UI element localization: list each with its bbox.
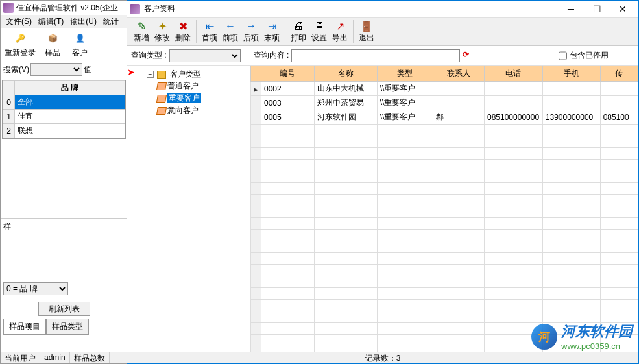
main-search-row: 搜索(V) 值 xyxy=(1,60,127,79)
main-menubar: 文件(S) 编辑(T) 输出(U) 统计 xyxy=(1,15,127,28)
grid-column-header[interactable]: 手机 xyxy=(542,66,600,82)
grid-column-header[interactable]: 传 xyxy=(600,66,638,82)
last-button[interactable]: ⇥末项 xyxy=(261,18,282,45)
empty-row xyxy=(251,311,638,323)
tree-leaf[interactable]: 普通客户 xyxy=(157,80,247,92)
settings-button[interactable]: 🖥设置 xyxy=(309,18,330,45)
add-icon: ✎ xyxy=(135,19,148,32)
menu-edit[interactable]: 编辑(T) xyxy=(36,15,66,29)
settings-icon: 🖥 xyxy=(313,19,326,32)
toolbar-separator xyxy=(196,20,197,43)
close-button[interactable]: ✕ xyxy=(610,1,636,17)
brand-row[interactable]: 2联想 xyxy=(3,124,125,138)
empty-row xyxy=(251,218,638,230)
print-icon: 🖨 xyxy=(292,19,305,32)
row-header-col xyxy=(251,66,261,82)
table-row[interactable]: 0002山东中大机械\\重要客户 xyxy=(251,82,638,96)
empty-row xyxy=(251,276,638,288)
delete-button[interactable]: ✖删除 xyxy=(173,18,193,45)
prev-button[interactable]: ←前项 xyxy=(220,18,241,45)
refresh-button[interactable]: 刷新列表 xyxy=(38,302,90,316)
brand-row[interactable]: 1佳宜 xyxy=(3,110,125,124)
exit-button[interactable]: 🚪退出 xyxy=(356,18,377,45)
export-icon: ↗ xyxy=(333,19,346,32)
dialog-body: ➤ − 客户类型 普通客户重要客户意向客户 编号名称类型联系人电话手机传 000… xyxy=(127,66,638,352)
dialog-titlebar[interactable]: 客户资料 ─ ☐ ✕ xyxy=(127,1,638,18)
empty-row xyxy=(251,148,638,160)
lookup-icon[interactable]: ⟳ xyxy=(463,50,474,62)
export-button[interactable]: ↗导出 xyxy=(330,18,350,45)
main-tabs: 样品项目 样品类型 xyxy=(3,319,125,335)
first-icon: ⇤ xyxy=(203,19,216,32)
edit-button[interactable]: ✦修改 xyxy=(152,18,173,45)
maximize-button[interactable]: ☐ xyxy=(584,1,610,17)
brand-idx-header xyxy=(3,81,15,95)
empty-row xyxy=(251,160,638,171)
tree-root[interactable]: − 客户类型 普通客户重要客户意向客户 xyxy=(147,68,247,117)
brand-grid: 品 牌 0全部1佳宜2联想 xyxy=(2,80,126,139)
query-content-input[interactable] xyxy=(291,49,460,62)
toolbar-separator xyxy=(353,20,354,43)
record-count: 记录数：3 xyxy=(365,353,401,363)
main-title-text: 佳宜样品管理软件 v2.05(企业 xyxy=(16,3,118,14)
grid-column-header[interactable]: 类型 xyxy=(377,66,433,82)
tab-sample-items[interactable]: 样品项目 xyxy=(3,319,46,335)
include-stopped-label: 包含已停用 xyxy=(570,50,609,61)
main-window: 佳宜样品管理软件 v2.05(企业 文件(S) 编辑(T) 输出(U) 统计 🔑… xyxy=(0,0,128,364)
dialog-icon xyxy=(130,4,140,14)
prev-icon: ← xyxy=(224,19,237,32)
table-row[interactable]: 0005河东软件园\\重要客户郝085100000000139000000000… xyxy=(251,110,638,125)
empty-row xyxy=(251,230,638,241)
empty-row xyxy=(251,335,638,346)
tab-sample-types[interactable]: 样品类型 xyxy=(46,319,89,335)
empty-row xyxy=(251,183,638,195)
add-button[interactable]: ✎新增 xyxy=(131,18,152,45)
delete-icon: ✖ xyxy=(176,19,189,32)
grid-column-header[interactable]: 编号 xyxy=(261,66,315,82)
print-button[interactable]: 🖨打印 xyxy=(288,18,309,45)
brand-row[interactable]: 0全部 xyxy=(3,95,125,110)
query-type-select[interactable] xyxy=(169,49,241,62)
app-icon xyxy=(3,3,14,13)
row-indicator xyxy=(251,96,261,110)
include-stopped-checkbox[interactable] xyxy=(559,49,567,62)
leaf-icon xyxy=(156,95,167,103)
main-lower: 0 = 品 牌 刷新列表 样品项目 样品类型 xyxy=(1,280,127,337)
minimize-button[interactable]: ─ xyxy=(558,1,584,17)
search-select[interactable] xyxy=(30,63,82,76)
brand-header[interactable]: 品 牌 xyxy=(15,81,125,95)
sample-button[interactable]: 📦 样品 xyxy=(41,28,64,60)
empty-row xyxy=(251,265,638,276)
grid-column-header[interactable]: 联系人 xyxy=(433,66,484,82)
grid-pane[interactable]: 编号名称类型联系人电话手机传 0002山东中大机械\\重要客户 0003郑州中茶… xyxy=(250,66,638,352)
menu-stat[interactable]: 统计 xyxy=(101,15,121,29)
red-arrow-icon: ➤ xyxy=(127,67,135,77)
table-row[interactable]: 0003郑州中茶贸易\\重要客户 xyxy=(251,96,638,110)
tree-leaf[interactable]: 重要客户 xyxy=(157,92,247,104)
status-user-label: 当前用户 xyxy=(1,352,40,363)
grid-column-header[interactable]: 名称 xyxy=(314,66,377,82)
include-stopped-row[interactable]: 包含已停用 xyxy=(559,49,609,62)
main-statusbar: 当前用户 admin 样品总数 xyxy=(1,352,127,363)
menu-output[interactable]: 输出(U) xyxy=(67,15,99,29)
edit-icon: ✦ xyxy=(156,19,169,32)
tree-pane: ➤ − 客户类型 普通客户重要客户意向客户 xyxy=(127,66,250,352)
next-button[interactable]: →后项 xyxy=(241,18,261,45)
main-mid-row: 样 xyxy=(1,218,127,235)
leaf-icon xyxy=(156,107,167,115)
customer-button[interactable]: 👤 客户 xyxy=(68,28,91,60)
grid-column-header[interactable]: 电话 xyxy=(484,66,542,82)
sort-select[interactable]: 0 = 品 牌 xyxy=(3,282,68,295)
first-button[interactable]: ⇤首项 xyxy=(199,18,220,45)
collapse-icon[interactable]: − xyxy=(147,71,154,78)
dialog-search-bar: 查询类型 : 查询内容 : ⟳ 包含已停用 xyxy=(127,46,638,66)
next-icon: → xyxy=(245,19,258,32)
empty-row xyxy=(251,253,638,265)
relogin-button[interactable]: 🔑 重新登录 xyxy=(3,28,37,60)
menu-file[interactable]: 文件(S) xyxy=(3,15,34,29)
exit-icon: 🚪 xyxy=(360,19,373,32)
tree-leaf[interactable]: 意向客户 xyxy=(157,104,247,117)
search-label: 搜索(V) xyxy=(3,64,29,75)
dialog-title: 客户资料 xyxy=(144,3,558,14)
empty-row xyxy=(251,171,638,183)
